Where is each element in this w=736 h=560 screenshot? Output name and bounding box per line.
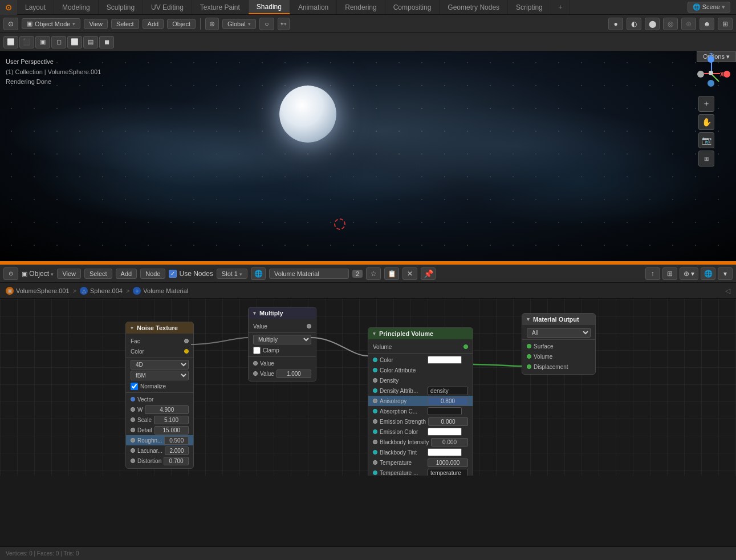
tab-sculpting[interactable]: Sculpting bbox=[99, 0, 143, 14]
pv-emission-color-swatch[interactable] bbox=[428, 428, 462, 436]
socket-output-volume-in[interactable] bbox=[527, 354, 531, 359]
tab-rendering[interactable]: Rendering bbox=[337, 0, 385, 14]
breadcrumb-collapse-btn[interactable]: ◁ bbox=[725, 287, 730, 295]
scene-selector[interactable]: 🌐 Scene ▾ bbox=[688, 2, 730, 13]
socket-pv-tempattr-in[interactable] bbox=[373, 470, 377, 475]
socket-pv-bbtint-in[interactable] bbox=[373, 450, 377, 455]
noise-normalize-row[interactable]: Normalize bbox=[126, 381, 193, 391]
snap-btn[interactable]: ⌖ ▾ bbox=[278, 18, 290, 30]
output-target-select[interactable]: All bbox=[527, 328, 591, 338]
select-menu[interactable]: Select bbox=[111, 19, 139, 29]
node-node-menu[interactable]: Node bbox=[140, 269, 165, 279]
gizmo-z-sphere[interactable] bbox=[707, 56, 714, 63]
node-fullscreen-btn[interactable]: ▾ bbox=[718, 267, 733, 280]
node-canvas[interactable]: ▾ Noise Texture Fac Color 4D fBM bbox=[0, 299, 736, 476]
proportional-edit-btn[interactable]: ○ bbox=[259, 18, 274, 30]
socket-pv-aniso-in[interactable] bbox=[373, 399, 377, 403]
multiply-mode-select[interactable]: Multiply bbox=[253, 335, 311, 344]
node-overlay-btn[interactable]: ⊞ bbox=[662, 267, 677, 280]
shading-btn[interactable]: ◐ bbox=[627, 18, 641, 30]
socket-pv-volume-out[interactable] bbox=[463, 344, 468, 349]
socket-multiply-val-in[interactable] bbox=[253, 371, 258, 376]
zoom-in-btn[interactable]: ＋ bbox=[698, 96, 714, 112]
tab-modeling[interactable]: Modeling bbox=[54, 0, 99, 14]
multiply-mode-row[interactable]: Multiply bbox=[249, 334, 316, 345]
node-object-mode-selector[interactable]: ▣ Object ▾ bbox=[22, 270, 54, 278]
node-extra-btn[interactable]: ⊕ ▾ bbox=[680, 267, 698, 280]
view-menu[interactable]: View bbox=[84, 19, 108, 29]
pv-bbtint-swatch[interactable] bbox=[428, 448, 462, 456]
pin-btn[interactable]: 📌 bbox=[421, 267, 436, 280]
noise-basis-row[interactable]: fBM bbox=[126, 370, 193, 381]
use-nodes-checkbox[interactable]: ✓ bbox=[169, 270, 177, 278]
pan-btn[interactable]: ✋ bbox=[698, 114, 714, 130]
tab-geometry-nodes[interactable]: Geometry Nodes bbox=[440, 0, 508, 14]
vertex-mode-btn[interactable]: ◻ bbox=[51, 36, 66, 48]
socket-pv-colorattr-in[interactable] bbox=[373, 368, 377, 372]
noise-roughness-field[interactable]: 0.500 bbox=[164, 436, 189, 445]
principled-volume-header[interactable]: ▾ Principled Volume bbox=[368, 328, 473, 339]
socket-pv-density-in[interactable] bbox=[373, 378, 377, 383]
material-output-header[interactable]: ▾ Material Output bbox=[522, 314, 595, 325]
fullscreen-btn[interactable]: ⊞ bbox=[718, 18, 733, 30]
multiply-value-input[interactable]: 1.000 bbox=[276, 370, 311, 378]
transform-pivot-btn[interactable]: ⊕ bbox=[205, 18, 219, 30]
3d-viewport[interactable]: User Perspective (1) Collection | Volume… bbox=[0, 51, 736, 262]
object-menu[interactable]: Object bbox=[167, 19, 196, 29]
tab-compositing[interactable]: Compositing bbox=[385, 0, 440, 14]
socket-pv-densityattr-in[interactable] bbox=[373, 388, 377, 393]
viewport-shading-rendered[interactable]: ⊕ bbox=[681, 18, 696, 30]
pv-color-swatch[interactable] bbox=[428, 356, 462, 364]
navigation-gizmo[interactable]: Z X bbox=[698, 57, 730, 89]
node-select-menu[interactable]: Select bbox=[84, 269, 112, 279]
viewport-shading-matcap[interactable]: ◎ bbox=[663, 18, 678, 30]
tab-scripting[interactable]: Scripting bbox=[508, 0, 551, 14]
delete-material-btn[interactable]: ✕ bbox=[402, 267, 417, 280]
socket-surface-in[interactable] bbox=[527, 344, 531, 348]
edge-mode-btn[interactable]: ⬜ bbox=[67, 36, 82, 48]
proportional-mode-btn[interactable]: ◼ bbox=[99, 36, 114, 48]
pv-temp-attr-input[interactable]: temperature bbox=[428, 469, 468, 476]
material-world-btn[interactable]: 🌐 bbox=[251, 267, 266, 280]
blender-logo[interactable]: ⊙ bbox=[0, 0, 17, 15]
tab-animation[interactable]: Animation bbox=[290, 0, 337, 14]
editor-type-button[interactable]: ⊙ bbox=[3, 18, 18, 30]
pv-temperature-field[interactable]: 1000.000 bbox=[428, 458, 468, 467]
noise-lacunarity-field[interactable]: 2.000 bbox=[165, 447, 189, 455]
material-slot-selector[interactable]: Slot 1 ▾ bbox=[217, 269, 247, 279]
breadcrumb-item-2[interactable]: △ Sphere.004 bbox=[80, 287, 123, 295]
socket-multiply-out[interactable] bbox=[307, 324, 311, 328]
perspective-ortho-btn[interactable]: ⊞ bbox=[698, 151, 714, 167]
noise-dimensions-select[interactable]: 4D bbox=[131, 360, 189, 370]
viewport-shading-rendered2[interactable]: ☻ bbox=[700, 18, 714, 30]
socket-pv-blackbody-in[interactable] bbox=[373, 440, 377, 444]
socket-scale-in[interactable] bbox=[131, 417, 135, 422]
tab-shading[interactable]: Shading bbox=[249, 0, 290, 14]
gizmo-neg-x-sphere[interactable] bbox=[697, 71, 704, 78]
socket-pv-emission-in[interactable] bbox=[373, 419, 377, 424]
add-menu[interactable]: Add bbox=[143, 19, 164, 29]
tab-texture-paint[interactable]: Texture Paint bbox=[192, 0, 249, 14]
noise-basis-select[interactable]: fBM bbox=[131, 371, 189, 380]
new-material-btn[interactable]: 📋 bbox=[384, 267, 399, 280]
viewport-shading-solid[interactable]: ⬤ bbox=[645, 18, 660, 30]
pv-absorption-swatch[interactable] bbox=[428, 407, 462, 415]
gizmo-x-sphere[interactable] bbox=[723, 71, 730, 78]
noise-texture-header[interactable]: ▾ Noise Texture bbox=[126, 322, 193, 334]
multiply-header[interactable]: ▾ Multiply bbox=[249, 307, 316, 319]
object-mode-selector[interactable]: ▣ Object Mode ▾ bbox=[22, 18, 80, 29]
noise-detail-field[interactable]: 15.000 bbox=[154, 426, 189, 435]
face-mode-btn[interactable]: ▤ bbox=[83, 36, 98, 48]
multiply-clamp-checkbox[interactable] bbox=[253, 347, 261, 354]
noise-normalize-checkbox[interactable] bbox=[131, 383, 138, 390]
material-name-field[interactable]: Volume Material bbox=[269, 269, 349, 279]
socket-lacunarity-in[interactable] bbox=[131, 448, 135, 453]
use-nodes-toggle[interactable]: ✓ Use Nodes bbox=[169, 270, 213, 278]
transform-orientation-selector[interactable]: Global ▾ bbox=[222, 19, 256, 29]
gizmo-y-sphere[interactable] bbox=[707, 80, 714, 87]
camera-btn[interactable]: 📷 bbox=[698, 132, 714, 148]
breadcrumb-item-1[interactable]: ▣ VolumeSphere.001 bbox=[6, 287, 70, 295]
socket-pv-emcolor-in[interactable] bbox=[373, 429, 377, 434]
output-target-row[interactable]: All bbox=[522, 327, 595, 338]
add-workspace-tab[interactable]: ＋ bbox=[551, 0, 570, 14]
